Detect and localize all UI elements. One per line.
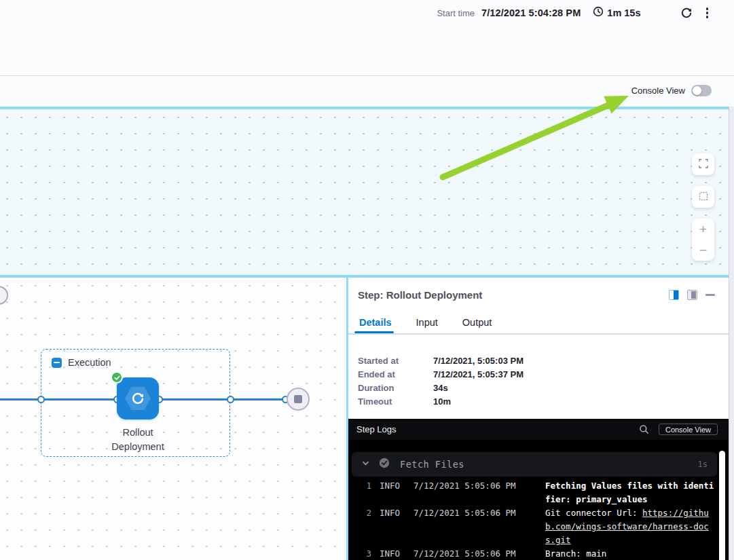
fullscreen-button[interactable] bbox=[692, 153, 714, 175]
log-group-name: Fetch Files bbox=[400, 459, 464, 470]
rollout-deployment-node[interactable] bbox=[117, 377, 159, 419]
fit-view-icon bbox=[698, 191, 709, 204]
connection-point[interactable] bbox=[37, 396, 45, 403]
step-logs-header: Step Logs Console View bbox=[348, 419, 729, 440]
tab-output[interactable]: Output bbox=[461, 317, 494, 335]
log-timestamp: 7/12/2021 5:05:06 PM bbox=[414, 479, 537, 506]
success-badge-icon bbox=[111, 371, 123, 384]
execution-meta: Start time 7/12/2021 5:04:28 PM 1m 15s bbox=[437, 6, 708, 20]
execution-canvas[interactable]: Execution Rollout Deployment bbox=[0, 278, 346, 560]
log-row: 2 INFO 7/12/2021 5:05:06 PM Git connecto… bbox=[348, 506, 720, 547]
stop-icon bbox=[294, 395, 302, 403]
execution-group-label: Execution bbox=[68, 357, 111, 368]
console-view-toggle[interactable] bbox=[691, 85, 712, 96]
split-view-bottom-icon[interactable] bbox=[687, 290, 697, 300]
start-time-value: 7/12/2021 5:04:28 PM bbox=[481, 7, 581, 18]
refresh-button[interactable] bbox=[680, 7, 693, 19]
log-level: INFO bbox=[380, 479, 405, 506]
collapse-group-button[interactable] bbox=[52, 358, 62, 368]
console-view-label: Console View bbox=[631, 86, 685, 96]
expand-icon bbox=[698, 158, 709, 171]
console-view-button[interactable]: Console View bbox=[659, 424, 718, 435]
log-message: Fetching Values files with identifier: p… bbox=[545, 479, 715, 506]
log-message: Branch: main bbox=[545, 547, 715, 560]
detail-label: Duration bbox=[358, 383, 433, 393]
details-list: Started at 7/12/2021, 5:05:03 PM Ended a… bbox=[358, 354, 524, 408]
elapsed-value: 1m 15s bbox=[607, 7, 640, 18]
log-group-header[interactable]: Fetch Files 1s bbox=[352, 452, 717, 477]
log-rows: 1 INFO 7/12/2021 5:05:06 PM Fetching Val… bbox=[348, 479, 720, 560]
search-icon[interactable] bbox=[639, 424, 649, 434]
log-scrollbar[interactable] bbox=[719, 451, 725, 560]
log-row: 1 INFO 7/12/2021 5:05:06 PM Fetching Val… bbox=[348, 479, 720, 506]
clock-icon bbox=[593, 6, 604, 20]
tab-input[interactable]: Input bbox=[415, 317, 439, 335]
detail-value: 7/12/2021, 5:05:03 PM bbox=[433, 356, 524, 366]
zoom-controls: + − bbox=[692, 219, 714, 261]
pipeline-execution-page: Start time 7/12/2021 5:04:28 PM 1m 15s C… bbox=[0, 0, 734, 560]
log-level: INFO bbox=[380, 547, 405, 560]
panel-title: Step: Rollout Deployment bbox=[358, 289, 482, 301]
split-view-right-icon[interactable] bbox=[669, 290, 679, 300]
log-console[interactable]: Fetch Files 1s 1 INFO 7/12/2021 5:05:06 … bbox=[348, 440, 729, 560]
log-message: Git connector Url: https://github.com/wi… bbox=[545, 506, 715, 547]
detail-row: Ended at 7/12/2021, 5:05:37 PM bbox=[358, 367, 524, 381]
page-scrollbar-track[interactable] bbox=[729, 107, 734, 560]
log-row: 3 INFO 7/12/2021 5:05:06 PM Branch: main bbox=[348, 547, 720, 560]
detail-value: 10m bbox=[433, 396, 451, 407]
elapsed-time: 1m 15s bbox=[593, 6, 640, 20]
log-timestamp: 7/12/2021 5:05:06 PM bbox=[414, 547, 537, 560]
stage-canvas[interactable]: + − bbox=[0, 109, 729, 275]
execution-header: Start time 7/12/2021 5:04:28 PM 1m 15s bbox=[0, 0, 734, 76]
minimize-panel-icon[interactable] bbox=[705, 294, 715, 296]
detail-row: Timeout 10m bbox=[358, 394, 524, 408]
success-check-icon bbox=[379, 458, 390, 471]
detail-label: Timeout bbox=[358, 396, 433, 407]
detail-label: Started at bbox=[358, 356, 433, 366]
start-time-label: Start time bbox=[437, 8, 475, 18]
log-line-number: 1 bbox=[362, 479, 371, 506]
connection-point[interactable] bbox=[227, 396, 234, 403]
step-details-panel: Step: Rollout Deployment Details Input O… bbox=[348, 278, 729, 560]
chevron-down-icon bbox=[361, 458, 370, 470]
detail-label: Ended at bbox=[358, 369, 433, 379]
log-group-duration: 1s bbox=[698, 460, 708, 469]
node-label: Rollout Deployment bbox=[97, 426, 179, 454]
view-toolbar: Console View bbox=[0, 77, 734, 107]
detail-value: 34s bbox=[433, 383, 448, 393]
offscreen-node bbox=[0, 286, 8, 305]
zoom-out-button[interactable]: − bbox=[692, 240, 714, 261]
rollout-icon bbox=[125, 386, 151, 411]
log-line-number: 2 bbox=[362, 506, 371, 547]
tabs-divider bbox=[348, 333, 729, 335]
zoom-in-button[interactable]: + bbox=[692, 219, 714, 240]
detail-value: 7/12/2021, 5:05:37 PM bbox=[433, 369, 524, 379]
fit-to-view-button[interactable] bbox=[692, 186, 714, 208]
log-line-number: 3 bbox=[362, 547, 371, 560]
log-level: INFO bbox=[380, 506, 405, 547]
kebab-menu-icon[interactable] bbox=[706, 7, 709, 18]
log-timestamp: 7/12/2021 5:05:06 PM bbox=[414, 506, 537, 547]
end-node[interactable] bbox=[287, 388, 310, 411]
detail-row: Duration 34s bbox=[358, 381, 524, 394]
detail-row: Started at 7/12/2021, 5:05:03 PM bbox=[358, 354, 524, 367]
step-logs-title: Step Logs bbox=[356, 424, 397, 434]
